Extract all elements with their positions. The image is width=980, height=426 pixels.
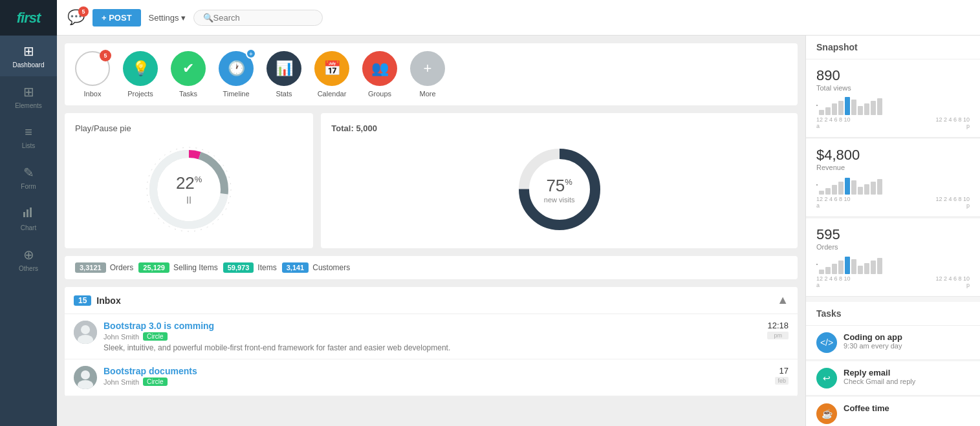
nav-icon-label: Groups xyxy=(368,90,391,98)
task-content: Reply email Check Gmail and reply xyxy=(844,368,915,385)
donut-chart-title: Total: 5,000 xyxy=(331,123,377,133)
task-content: Coding on app 9:30 am every day xyxy=(844,332,902,350)
sidebar: first ⊞ Dashboard ⊞ Elements ≡ Lists ✎ F… xyxy=(0,0,57,426)
sidebar-item-form[interactable]: ✎ Form xyxy=(0,157,57,198)
nav-icon-label: Stats xyxy=(276,90,292,98)
nav-icon-tasks[interactable]: ✔ Tasks xyxy=(171,51,206,98)
nav-icon-stats[interactable]: 📊 Stats xyxy=(267,51,301,98)
task-item-coffee: ☕ Coffee time xyxy=(806,397,980,426)
nav-icon-label: Projects xyxy=(127,90,153,98)
time-value: 12:18 xyxy=(767,321,789,330)
snapshot-chart xyxy=(816,255,970,274)
stats-icon: 📊 xyxy=(276,60,293,77)
snapshot-chart xyxy=(816,175,970,195)
donut-chart-card: Total: 5,000 75% new visits xyxy=(321,113,798,248)
chart-bar-active xyxy=(845,257,850,274)
chat-button[interactable]: 💬 5 xyxy=(67,9,85,26)
chart-bar xyxy=(877,179,882,195)
stats-circle: 📊 xyxy=(267,51,301,86)
right-panel: Snapshot 890 Total views xyxy=(805,36,980,426)
donut-sublabel: new visits xyxy=(544,196,575,204)
chart-bar xyxy=(851,100,856,115)
customers-count: 3,141 xyxy=(282,262,309,273)
inbox-time: 12:18 pm xyxy=(767,321,789,339)
chart-bar xyxy=(877,258,882,274)
snapshot-chart xyxy=(816,96,970,115)
sidebar-item-chart[interactable]: Chart xyxy=(0,198,57,239)
stat-selling: 25,129 Selling Items xyxy=(138,262,217,273)
pie-container: 22% ⏸ xyxy=(140,141,237,238)
calendar-icon: 📅 xyxy=(323,60,341,77)
sidebar-item-label: Form xyxy=(21,183,36,190)
task-item-coding: </> Coding on app 9:30 am every day xyxy=(806,326,980,360)
inbox-subject[interactable]: Bootstrap documents xyxy=(103,366,768,376)
chart-axis-labels: ap xyxy=(816,123,970,129)
settings-label: Settings xyxy=(149,13,179,23)
inbox-circle: ✉ 5 xyxy=(75,51,110,86)
chart-bar xyxy=(864,263,869,274)
svg-rect-1 xyxy=(27,209,28,217)
post-button[interactable]: + POST xyxy=(93,9,141,27)
sidebar-item-label: Elements xyxy=(15,102,42,109)
nav-icon-calendar[interactable]: 📅 Calendar xyxy=(314,51,349,98)
chart-bar xyxy=(832,185,837,195)
inbox-subject[interactable]: Bootstrap 3.0 is comming xyxy=(103,321,761,331)
timeline-icon: 🕐 xyxy=(228,60,245,77)
groups-circle: 👥 xyxy=(362,51,397,86)
chart-bar xyxy=(832,264,837,274)
chart-bar-active xyxy=(845,97,850,115)
donut-percent: 75% xyxy=(546,176,572,196)
nav-icon-groups[interactable]: 👥 Groups xyxy=(362,51,397,98)
chevron-down-icon: ▾ xyxy=(181,13,186,23)
search-input[interactable] xyxy=(213,13,304,23)
others-icon: ⊕ xyxy=(23,247,34,262)
settings-button[interactable]: Settings ▾ xyxy=(149,13,186,23)
chart-bar xyxy=(871,101,876,115)
snapshot-value: 890 xyxy=(816,67,970,84)
inbox-count-badge: 15 xyxy=(74,295,91,306)
chart-bar xyxy=(838,182,844,195)
customers-label: Customers xyxy=(312,263,350,272)
nav-icon-projects[interactable]: 💡 Projects xyxy=(123,51,158,98)
svg-point-14 xyxy=(81,370,90,379)
main-area: 💬 5 + POST Settings ▾ 🔍 ✉ 5 I xyxy=(57,0,980,426)
sidebar-item-dashboard[interactable]: ⊞ Dashboard xyxy=(0,36,57,76)
chart-bar xyxy=(825,267,831,274)
nav-icon-label: Inbox xyxy=(84,90,102,98)
chart-dash xyxy=(816,264,818,265)
orders-count: 3,3121 xyxy=(75,262,106,273)
orders-label: Orders xyxy=(110,263,134,272)
chart-bar xyxy=(858,266,863,274)
inbox-collapse-button[interactable]: ▲ xyxy=(777,293,789,307)
nav-icon-timeline[interactable]: 🕐 + Timeline xyxy=(219,51,254,98)
sidebar-item-lists[interactable]: ≡ Lists xyxy=(0,117,57,157)
nav-icon-more[interactable]: + More xyxy=(410,51,445,98)
lists-icon: ≡ xyxy=(25,125,32,140)
app-logo: first xyxy=(0,0,57,36)
sidebar-item-label: Others xyxy=(19,265,38,272)
task-subtitle: 9:30 am every day xyxy=(844,342,902,350)
items-count: 59,973 xyxy=(223,262,254,273)
tasks-circle: ✔ xyxy=(171,51,206,86)
coffee-icon: ☕ xyxy=(816,403,837,424)
chart-bar xyxy=(864,184,869,195)
groups-icon: 👥 xyxy=(371,60,389,77)
inbox-message-content: Bootstrap documents John Smith Circle xyxy=(103,366,768,389)
chart-bar xyxy=(851,180,856,195)
inbox-header-title: Inbox xyxy=(96,295,120,306)
donut-center: 75% new visits xyxy=(544,176,575,204)
chart-bar xyxy=(819,191,824,195)
chart-bar xyxy=(871,261,876,274)
nav-icon-inbox[interactable]: ✉ 5 Inbox xyxy=(75,51,110,98)
items-label: Items xyxy=(257,263,276,272)
stat-orders: 3,3121 Orders xyxy=(75,262,133,273)
pie-pause-icon: ⏸ xyxy=(184,195,194,206)
chart-bar xyxy=(851,259,856,274)
task-subtitle: Check Gmail and reply xyxy=(844,378,915,385)
sidebar-item-others[interactable]: ⊕ Others xyxy=(0,239,57,280)
snapshot-item-views: 890 Total views 12 2 4 6 8 1012 2 xyxy=(806,59,980,138)
task-content: Coffee time xyxy=(844,403,889,413)
task-item-reply: ↩ Reply email Check Gmail and reply xyxy=(806,361,980,396)
sidebar-item-elements[interactable]: ⊞ Elements xyxy=(0,76,57,117)
nav-icon-label: Timeline xyxy=(223,90,249,98)
